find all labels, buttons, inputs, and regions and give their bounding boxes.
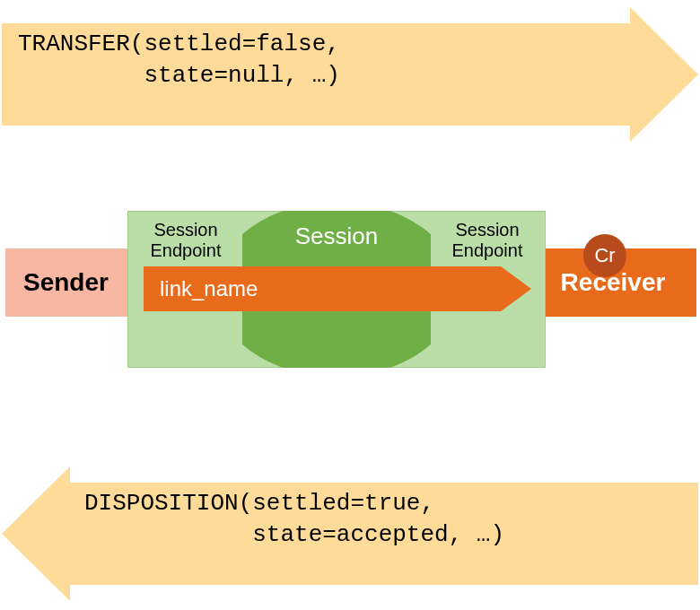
transfer-arrow: TRANSFER(settled=false, state=null, …) (2, 7, 698, 142)
link-arrow: link_name (144, 266, 531, 311)
session-endpoint-right: Session Endpoint (438, 220, 537, 261)
session-endpoint-right-l1: Session (438, 220, 537, 240)
link-arrow-head-icon (501, 266, 531, 311)
disposition-arrow: DISPOSITION(settled=true, state=accepted… (2, 466, 698, 601)
session-label: Session (269, 223, 404, 250)
sender-label: Sender (23, 268, 109, 297)
transfer-arrow-head-icon (630, 7, 698, 142)
disposition-line2: state=accepted, …) (84, 519, 504, 551)
session-endpoint-right-l2: Endpoint (438, 240, 537, 261)
credit-badge: Cr (583, 234, 626, 277)
session-endpoint-left-l1: Session (136, 220, 235, 240)
disposition-arrow-head-icon (2, 466, 70, 601)
transfer-text: TRANSFER(settled=false, state=null, …) (18, 29, 340, 92)
session-endpoint-left: Session Endpoint (136, 220, 235, 261)
session-endpoint-left-l2: Endpoint (136, 240, 235, 261)
credit-badge-label: Cr (594, 244, 615, 267)
transfer-line1: TRANSFER(settled=false, (18, 29, 340, 60)
link-arrow-body: link_name (144, 266, 501, 311)
transfer-line2: state=null, …) (18, 60, 340, 92)
link-name-label: link_name (160, 276, 258, 301)
disposition-text: DISPOSITION(settled=true, state=accepted… (84, 488, 504, 551)
disposition-line1: DISPOSITION(settled=true, (84, 488, 504, 519)
session-diagram: Sender Receiver Session Endpoint Session… (0, 211, 700, 368)
